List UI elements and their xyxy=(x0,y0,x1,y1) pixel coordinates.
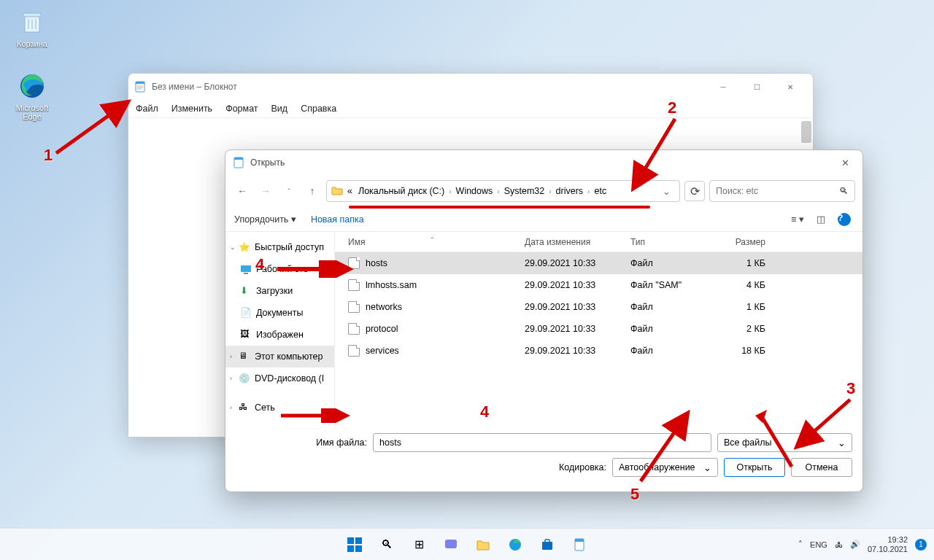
sidebar-downloads[interactable]: ⬇Загрузки xyxy=(225,280,334,302)
annotation-arrow-1 xyxy=(53,95,133,160)
taskbar-search-button[interactable]: 🔍︎ xyxy=(373,531,401,559)
file-date: 29.09.2021 10:33 xyxy=(525,324,630,334)
file-date: 29.09.2021 10:33 xyxy=(525,258,630,268)
chevron-down-icon: ⌄ xyxy=(838,438,846,448)
notepad-titlebar[interactable]: Без имени – Блокнот ─ ☐ ✕ xyxy=(128,74,813,100)
column-header-type[interactable]: Тип xyxy=(630,237,718,247)
breadcrumb-windows[interactable]: Windows xyxy=(455,184,495,198)
view-options-button[interactable]: ≡ ▾ xyxy=(788,211,807,228)
desktop-icon-edge[interactable]: Microsoft Edge xyxy=(6,71,58,121)
annotation-number-5: 5 xyxy=(630,485,639,504)
dvd-icon: 💿 xyxy=(239,373,250,384)
tray-language[interactable]: ENG xyxy=(810,540,827,549)
refresh-button[interactable]: ⟳ xyxy=(684,181,705,201)
sidebar-this-pc[interactable]: ›🖥Этот компьютер xyxy=(225,346,334,368)
nav-forward-button[interactable]: → xyxy=(256,182,275,201)
taskbar-edge-button[interactable] xyxy=(501,531,529,559)
help-button[interactable]: ? xyxy=(835,211,854,228)
file-row[interactable]: services 29.09.2021 10:33 Файл 18 КБ xyxy=(335,340,862,362)
svg-rect-12 xyxy=(234,158,243,160)
sidebar-quick-access[interactable]: ⌄⭐Быстрый доступ xyxy=(225,236,334,258)
svg-rect-28 xyxy=(545,540,549,542)
file-row[interactable]: hosts 29.09.2021 10:33 Файл 1 КБ xyxy=(335,252,862,274)
scrollbar-thumb[interactable] xyxy=(801,121,811,143)
cancel-button[interactable]: Отмена xyxy=(791,458,852,477)
chevron-down-icon: ⌄ xyxy=(703,462,711,473)
svg-rect-23 xyxy=(347,545,354,552)
file-type: Файл xyxy=(630,302,718,312)
file-name: lmhosts.sam xyxy=(366,280,525,290)
organize-button[interactable]: Упорядочить ▾ xyxy=(234,214,296,225)
menu-file[interactable]: Файл xyxy=(136,104,158,114)
file-row[interactable]: lmhosts.sam 29.09.2021 10:33 Файл "SAM" … xyxy=(335,274,862,296)
preview-pane-button[interactable]: ◫ xyxy=(811,211,830,228)
column-header-size[interactable]: Размер xyxy=(718,237,773,247)
desktop-icon-label: Корзина xyxy=(6,39,58,48)
sidebar-network[interactable]: ›🖧Сеть xyxy=(225,397,334,419)
nav-up-button[interactable]: ↑ xyxy=(303,182,322,201)
tray-network-icon[interactable]: 🖧 xyxy=(835,540,843,549)
chevron-right-icon: › xyxy=(549,187,551,195)
column-header-name[interactable]: Имя⌃ xyxy=(335,237,525,247)
annotation-underline xyxy=(349,206,650,209)
annotation-number-4: 4 xyxy=(480,402,489,421)
svg-rect-30 xyxy=(575,539,584,542)
address-dropdown-button[interactable]: ⌄ xyxy=(658,186,675,197)
breadcrumb-drivers[interactable]: drivers xyxy=(555,184,585,198)
column-header-date[interactable]: Дата изменения xyxy=(525,237,630,247)
file-row[interactable]: networks 29.09.2021 10:33 Файл 1 КБ xyxy=(335,296,862,318)
file-icon xyxy=(348,323,360,335)
annotation-number-4b: 4 xyxy=(255,255,264,274)
dialog-close-button[interactable]: ✕ xyxy=(835,152,855,173)
sidebar-desktop[interactable]: Рабочий сто xyxy=(225,258,334,280)
search-icon: 🔍︎ xyxy=(839,186,849,196)
menu-view[interactable]: Вид xyxy=(271,104,288,114)
notepad-icon xyxy=(134,81,146,93)
new-folder-button[interactable]: Новая папка xyxy=(311,214,364,225)
start-button[interactable] xyxy=(341,531,368,559)
minimize-button[interactable]: ─ xyxy=(706,74,740,100)
breadcrumb-disk[interactable]: Локальный диск (C:) xyxy=(357,184,446,198)
task-view-button[interactable]: ⊞ xyxy=(405,531,433,559)
encoding-dropdown[interactable]: Автообнаружение⌄ xyxy=(612,458,718,477)
svg-rect-24 xyxy=(355,545,362,552)
sidebar-dvd[interactable]: ›💿DVD-дисковод (I xyxy=(225,368,334,389)
tray-notifications-button[interactable]: 1 xyxy=(915,539,927,551)
file-name: services xyxy=(366,346,525,356)
nav-back-button[interactable]: ← xyxy=(233,182,252,201)
taskbar: 🔍︎ ⊞ ˄ ENG 🖧 🔊 19:32 07.10.2021 1 xyxy=(0,528,934,560)
file-icon xyxy=(348,279,360,291)
taskbar-chat-button[interactable] xyxy=(437,531,465,559)
recycle-bin-icon xyxy=(18,7,47,36)
breadcrumb-prefix: « xyxy=(346,184,354,198)
maximize-button[interactable]: ☐ xyxy=(740,74,773,100)
desktop-icon-recycle-bin[interactable]: Корзина xyxy=(6,7,58,48)
taskbar-notepad-button[interactable] xyxy=(566,531,593,559)
encoding-label: Кодировка: xyxy=(559,462,606,472)
tray-overflow-button[interactable]: ˄ xyxy=(798,540,803,549)
menu-format[interactable]: Формат xyxy=(225,104,258,114)
taskbar-store-button[interactable] xyxy=(533,531,561,559)
nav-recent-button[interactable]: ˇ xyxy=(279,182,298,201)
breadcrumb-system32[interactable]: System32 xyxy=(503,184,547,198)
breadcrumb-etc[interactable]: etc xyxy=(593,184,608,198)
file-list: Имя⌃ Дата изменения Тип Размер hosts 29.… xyxy=(335,232,862,427)
annotation-number-1: 1 xyxy=(44,146,53,165)
sidebar-documents[interactable]: 📄Документы xyxy=(225,302,334,324)
open-button[interactable]: Открыть xyxy=(724,458,785,477)
menu-help[interactable]: Справка xyxy=(301,104,336,114)
file-filter-dropdown[interactable]: Все файлы⌄ xyxy=(717,433,852,452)
filename-label: Имя файла: xyxy=(236,438,367,448)
desktop-icon-label: Microsoft Edge xyxy=(6,104,58,121)
address-bar[interactable]: « Локальный диск (C:) › Windows › System… xyxy=(326,180,680,202)
menu-edit[interactable]: Изменить xyxy=(171,104,212,114)
tray-clock[interactable]: 19:32 07.10.2021 xyxy=(868,535,908,554)
close-button[interactable]: ✕ xyxy=(773,74,807,100)
filename-input[interactable] xyxy=(373,433,711,452)
file-row[interactable]: protocol 29.09.2021 10:33 Файл 2 КБ xyxy=(335,318,862,340)
sidebar-pictures[interactable]: 🖼Изображен xyxy=(225,324,334,346)
tray-volume-icon[interactable]: 🔊 xyxy=(850,540,860,549)
search-input[interactable]: Поиск: etc 🔍︎ xyxy=(709,180,855,202)
taskbar-explorer-button[interactable] xyxy=(469,531,497,559)
chevron-right-icon: › xyxy=(497,187,499,195)
